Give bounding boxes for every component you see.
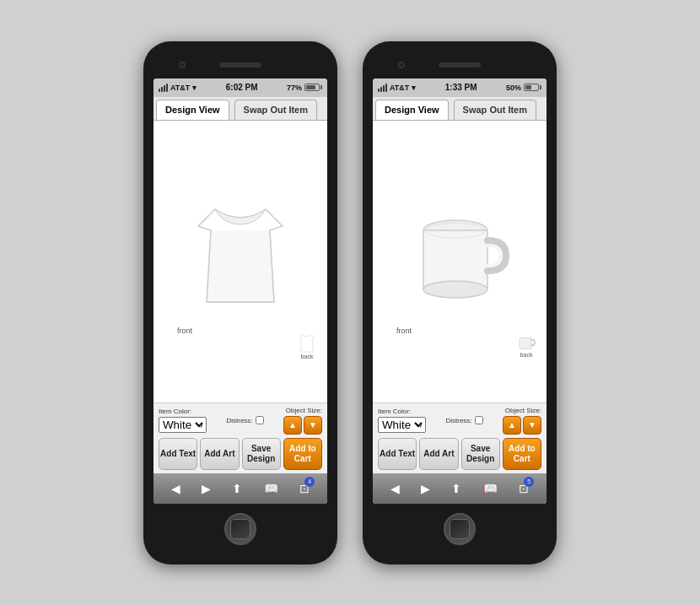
mug-svg — [409, 201, 510, 311]
thumb-view-2[interactable]: back — [514, 333, 538, 360]
add-to-cart-button-2[interactable]: Add to Cart — [503, 438, 541, 470]
add-art-button-2[interactable]: Add Art — [419, 438, 458, 470]
home-button-inner-2 — [450, 519, 470, 539]
add-text-button-1[interactable]: Add Text — [159, 438, 197, 470]
distress-checkbox-2[interactable] — [475, 416, 483, 424]
home-button-2[interactable] — [444, 513, 476, 545]
status-bar-1: AT&T ▾ 6:02 PM 77% — [153, 78, 327, 97]
nav-tabs-badge-2[interactable]: ⊡ 5 — [519, 481, 529, 496]
color-section-2: Item Color: White Black Red Blue — [378, 408, 426, 433]
color-select-2[interactable]: White Black Red Blue — [378, 417, 426, 433]
battery-icon-1 — [304, 84, 322, 91]
color-size-row-1: Item Color: White Black Red Blue Distres… — [159, 407, 322, 435]
nav-bookmark-icon-1[interactable]: 📖 — [264, 482, 278, 495]
controls-area-2: Item Color: White Black Red Blue Distres… — [373, 402, 547, 473]
phone-1-top — [153, 51, 327, 78]
main-scene: AT&T ▾ 6:02 PM 77% Design View S — [127, 24, 573, 581]
distress-checkbox-1[interactable] — [256, 416, 264, 424]
battery-pct-2: 50% — [506, 84, 521, 92]
item-color-label-1: Item Color: — [159, 408, 207, 415]
product-area-2: front back — [373, 121, 547, 402]
svg-point-2 — [423, 281, 487, 298]
nav-bar-2: ◀ ▶ ⬆ 📖 ⊡ 5 — [373, 473, 547, 504]
size-section-2: Object Size: ▲ ▼ — [503, 407, 541, 435]
product-area-1: front back — [153, 121, 327, 402]
color-section-1: Item Color: White Black Red Blue — [159, 408, 207, 433]
save-design-button-1[interactable]: Save Design — [242, 438, 281, 470]
tab-swap-out-2[interactable]: Swap Out Item — [454, 100, 536, 120]
size-up-btn-1[interactable]: ▲ — [283, 416, 302, 435]
view-labels-1: front — [177, 327, 304, 335]
carrier-1: AT&T — [170, 84, 190, 92]
action-buttons-2: Add Text Add Art Save Design Add to Cart — [378, 438, 541, 470]
speaker-2 — [439, 62, 481, 68]
front-label-2: front — [396, 327, 412, 335]
view-labels-2: front — [396, 327, 523, 335]
controls-area-1: Item Color: White Black Red Blue Distres… — [153, 402, 327, 473]
add-art-button-1[interactable]: Add Art — [200, 438, 239, 470]
phone-1-bottom — [153, 504, 327, 554]
wifi-icon-1: ▾ — [192, 84, 197, 92]
tab-design-view-2[interactable]: Design View — [375, 100, 449, 120]
mug-product — [405, 188, 514, 323]
color-select-wrapper-2[interactable]: White Black Red Blue — [378, 417, 426, 433]
nav-back-icon-1[interactable]: ◀ — [171, 482, 180, 495]
color-size-row-2: Item Color: White Black Red Blue Distres… — [378, 407, 541, 435]
phone-2-screen: AT&T ▾ 1:33 PM 50% Design View S — [373, 78, 547, 504]
nav-badge-count-1: 4 — [304, 477, 315, 487]
phone-1-screen: AT&T ▾ 6:02 PM 77% Design View S — [153, 78, 327, 504]
distress-section-2: Distress: — [445, 416, 482, 424]
size-buttons-1: ▲ ▼ — [283, 416, 322, 435]
back-label-2: back — [520, 352, 533, 358]
save-design-button-2[interactable]: Save Design — [461, 438, 500, 470]
nav-share-icon-2[interactable]: ⬆ — [451, 482, 461, 495]
nav-forward-icon-2[interactable]: ▶ — [421, 482, 430, 495]
mug-thumb-svg — [517, 333, 536, 352]
battery-pct-1: 77% — [287, 84, 302, 92]
nav-forward-icon-1[interactable]: ▶ — [202, 482, 211, 495]
size-down-btn-2[interactable]: ▼ — [523, 416, 541, 435]
action-buttons-1: Add Text Add Art Save Design Add to Cart — [159, 438, 322, 470]
add-to-cart-button-1[interactable]: Add to Cart — [283, 438, 322, 470]
tab-swap-out-1[interactable]: Swap Out Item — [234, 100, 317, 120]
battery-icon-2 — [524, 84, 541, 91]
nav-share-icon-1[interactable]: ⬆ — [232, 482, 242, 495]
add-text-button-2[interactable]: Add Text — [378, 438, 417, 470]
carrier-2: AT&T — [390, 84, 409, 92]
tshirt-product — [186, 188, 295, 323]
camera-icon-2 — [398, 62, 405, 68]
nav-back-icon-2[interactable]: ◀ — [390, 482, 400, 495]
time-1: 6:02 PM — [226, 83, 258, 92]
color-select-wrapper-1[interactable]: White Black Red Blue — [159, 417, 207, 433]
nav-bar-1: ◀ ▶ ⬆ 📖 ⊡ 4 — [153, 473, 327, 504]
tab-bar-2: Design View Swap Out Item — [373, 97, 547, 121]
status-bar-2: AT&T ▾ 1:33 PM 50% — [373, 78, 547, 97]
tshirt-svg — [190, 201, 291, 311]
color-select-1[interactable]: White Black Red Blue — [159, 417, 207, 433]
home-button-1[interactable] — [224, 513, 256, 545]
nav-tabs-badge-1[interactable]: ⊡ 4 — [299, 481, 310, 496]
speaker — [219, 62, 261, 68]
tab-design-view-1[interactable]: Design View — [156, 100, 229, 120]
size-up-btn-2[interactable]: ▲ — [503, 416, 521, 435]
size-section-1: Object Size: ▲ ▼ — [283, 407, 322, 435]
tab-bar-1: Design View Swap Out Item — [153, 97, 327, 121]
thumb-view-1[interactable]: back — [295, 333, 319, 360]
phone-2: AT&T ▾ 1:33 PM 50% Design View S — [363, 41, 557, 564]
phone-2-bottom — [373, 504, 547, 554]
back-label-1: back — [301, 354, 314, 359]
signal-icon-2 — [378, 84, 387, 92]
home-button-inner-1 — [230, 519, 250, 539]
item-color-label-2: Item Color: — [378, 408, 426, 415]
time-2: 1:33 PM — [445, 83, 477, 92]
distress-section-1: Distress: — [226, 416, 263, 424]
tshirt-thumb-svg — [298, 333, 316, 354]
nav-badge-count-2: 5 — [524, 477, 534, 487]
size-down-btn-1[interactable]: ▼ — [304, 416, 322, 435]
phone-2-top — [373, 51, 547, 78]
camera-icon — [179, 62, 186, 68]
distress-label-1: Distress: — [226, 417, 252, 424]
wifi-icon-2: ▾ — [412, 84, 416, 92]
nav-bookmark-icon-2[interactable]: 📖 — [483, 482, 498, 495]
front-label-1: front — [177, 327, 192, 335]
